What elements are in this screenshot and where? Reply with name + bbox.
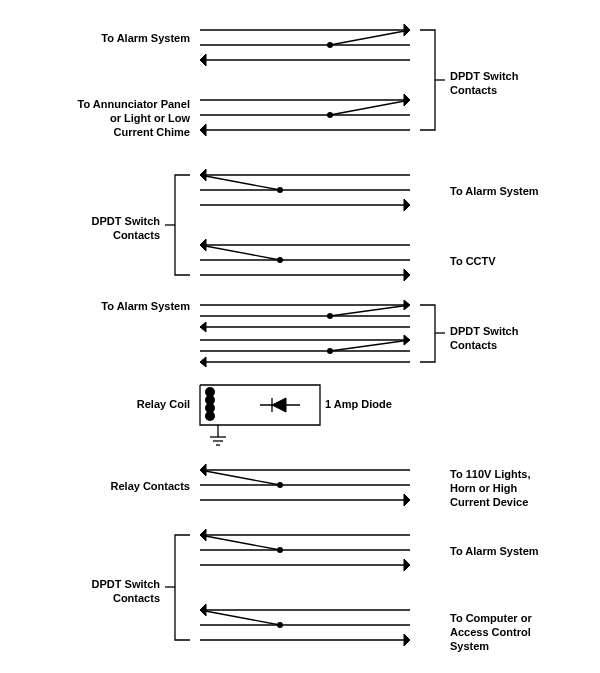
label-coil-right: 1 Amp Diode (325, 398, 455, 412)
svg-marker-18 (200, 169, 206, 181)
label-block3-right: DPDT SwitchContacts (450, 325, 580, 353)
label-block2-right-a: To Alarm System (450, 185, 580, 199)
svg-marker-21 (404, 199, 410, 211)
svg-line-67 (200, 535, 280, 550)
label-block4-left: DPDT SwitchContacts (30, 578, 160, 606)
svg-marker-73 (200, 604, 206, 616)
svg-marker-13 (200, 124, 206, 136)
svg-point-47 (205, 403, 215, 413)
svg-point-46 (205, 395, 215, 405)
svg-point-68 (277, 547, 283, 553)
label-relay-contacts-left: Relay Contacts (30, 480, 190, 494)
svg-point-48 (205, 411, 215, 421)
svg-line-41 (330, 340, 410, 351)
svg-marker-6 (200, 54, 206, 66)
svg-marker-50 (272, 398, 286, 412)
svg-marker-3 (404, 24, 410, 36)
label-block4-right-b: To Computer orAccess ControlSystem (450, 612, 590, 653)
label-block2-left: DPDT SwitchContacts (30, 215, 160, 243)
svg-line-34 (330, 305, 410, 316)
svg-point-35 (327, 313, 333, 319)
wiring-diagram: To Alarm System To Annunciator Panelor L… (0, 0, 600, 673)
svg-point-12 (327, 112, 333, 118)
svg-marker-25 (200, 239, 206, 251)
svg-line-19 (200, 175, 280, 190)
svg-line-11 (330, 100, 410, 115)
svg-line-26 (200, 245, 280, 260)
svg-marker-62 (404, 494, 410, 506)
svg-point-42 (327, 348, 333, 354)
svg-marker-59 (200, 464, 206, 476)
label-block2-right-b: To CCTV (450, 255, 580, 269)
svg-point-20 (277, 187, 283, 193)
svg-marker-33 (404, 300, 410, 310)
svg-point-45 (205, 387, 215, 397)
svg-marker-69 (404, 559, 410, 571)
svg-marker-66 (200, 529, 206, 541)
label-block1-left-a: To Alarm System (30, 32, 190, 46)
label-block1-left-b: To Annunciator Panelor Light or LowCurre… (30, 98, 190, 139)
svg-line-4 (330, 30, 410, 45)
svg-point-61 (277, 482, 283, 488)
label-block1-right: DPDT SwitchContacts (450, 70, 580, 98)
svg-marker-76 (404, 634, 410, 646)
svg-marker-43 (200, 357, 206, 367)
svg-marker-28 (404, 269, 410, 281)
label-relay-contacts-right: To 110V Lights,Horn or HighCurrent Devic… (450, 468, 590, 509)
svg-marker-10 (404, 94, 410, 106)
svg-point-27 (277, 257, 283, 263)
label-block4-right-a: To Alarm System (450, 545, 580, 559)
svg-marker-36 (200, 322, 206, 332)
label-coil-left: Relay Coil (30, 398, 190, 412)
svg-line-60 (200, 470, 280, 485)
svg-marker-40 (404, 335, 410, 345)
svg-point-75 (277, 622, 283, 628)
svg-point-5 (327, 42, 333, 48)
svg-line-74 (200, 610, 280, 625)
label-block3-left: To Alarm System (30, 300, 190, 314)
